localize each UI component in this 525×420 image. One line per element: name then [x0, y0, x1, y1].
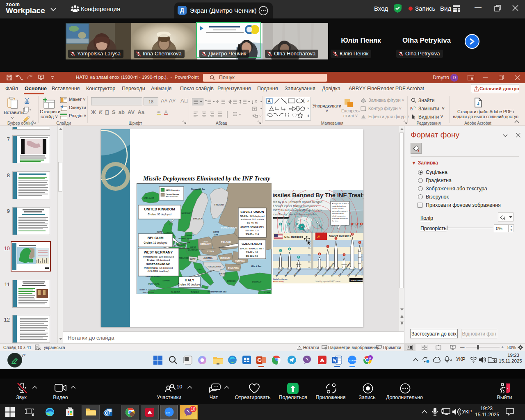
svg-text:5m: 5m	[308, 267, 310, 269]
svg-text:NATO Countries: NATO Countries	[166, 189, 180, 191]
svg-text:SYRIA: SYRIA	[264, 291, 270, 294]
svg-text:Pershing IIs: 108 deployed: Pershing IIs: 108 deployed	[143, 255, 174, 258]
svg-text:SOVIET UNION: SOVIET UNION	[240, 210, 264, 214]
svg-text:PORTUGAL: PORTUGAL	[148, 283, 160, 285]
svg-text:15m: 15m	[308, 254, 311, 256]
svg-text:20m: 20m	[308, 247, 311, 249]
svg-text:a: a	[411, 106, 412, 109]
svg-text:issiles Banned By The INF Trea: issiles Banned By The INF Treaty	[273, 192, 363, 199]
svg-text:BULGARIA: BULGARIA	[228, 267, 239, 269]
svg-text:Pact Countries: Pact Countries	[166, 196, 179, 198]
svg-text:GERMANY: GERMANY	[200, 243, 211, 245]
svg-text:RadioFreeEurope: RadioFreeEurope	[273, 278, 288, 280]
svg-text:Castles/Donations CSIS, U.S. S: Castles/Donations CSIS, U.S. State Depar…	[361, 242, 363, 276]
svg-text:SS-12s: 127: SS-12s: 127	[245, 229, 259, 232]
svg-text:TURKEY: TURKEY	[252, 281, 262, 283]
svg-text:ITALY: ITALY	[185, 278, 194, 282]
svg-text:could deploy three: could deploy three	[332, 205, 347, 207]
svg-text:SS-20s: 243 deployed: SS-20s: 243 deployed	[240, 215, 264, 217]
svg-text:Cruise: 16 deployed: Cruise: 16 deployed	[144, 241, 167, 244]
svg-text:Black Sea: Black Sea	[251, 265, 262, 267]
svg-text:ICELAND: ICELAND	[144, 197, 154, 199]
svg-text:RadioLiberty: RadioLiberty	[273, 281, 284, 283]
svg-text:UNITED KINGDOM: UNITED KINGDOM	[144, 207, 175, 211]
svg-text:Baltic: Baltic	[213, 231, 219, 233]
svg-text:NETHERLANDS: NETHERLANDS	[178, 237, 192, 240]
svg-text:CZECH.: CZECH.	[207, 250, 215, 253]
svg-text:(US-FRG dual-key): (US-FRG dual-key)	[148, 269, 169, 272]
svg-text:SHORT-RANGE INF:: SHORT-RANGE INF:	[240, 247, 264, 250]
svg-text:SPAIN: SPAIN	[162, 279, 169, 282]
svg-text:BELGUIM: BELGUIM	[147, 236, 163, 240]
svg-text:TUNISIA: TUNISIA	[191, 291, 199, 293]
svg-text:U.S. missiles: U.S. missiles	[284, 235, 303, 239]
svg-text:POLAND: POLAND	[221, 241, 231, 243]
svg-text:ALBANIA: ALBANIA	[219, 273, 227, 275]
svg-text:NORWAY: NORWAY	[181, 212, 192, 215]
svg-text:zoom: zoom	[349, 359, 356, 362]
svg-text:AUSTRIA: AUSTRIA	[203, 257, 213, 259]
svg-text:☭: ☭	[317, 235, 320, 239]
svg-text:SWITZ.: SWITZ.	[189, 258, 196, 260]
svg-text:additional 162 in Asia: additional 162 in Asia	[241, 218, 264, 221]
svg-text:SS-23s: 114: SS-23s: 114	[246, 233, 260, 235]
svg-text:Sea: Sea	[214, 233, 218, 236]
svg-text:North: North	[157, 231, 162, 233]
svg-text:Listed by reported NATO name: Listed by reported NATO name	[315, 281, 340, 283]
svg-text:SS-4s: 65: SS-4s: 65	[247, 221, 258, 224]
svg-text:Missile Deployments Eliminated: Missile Deployments Eliminated by the IN…	[143, 175, 270, 182]
svg-text:ROMANIA: ROMANIA	[235, 260, 245, 262]
svg-text:d Soviet leader Mikhail Gorbac: d Soviet leader Mikhail Gorbachev	[273, 204, 317, 208]
svg-text:launched missiles at: launched missiles at	[332, 217, 348, 219]
svg-text:the time.: the time.	[332, 220, 338, 222]
svg-text:SS-23s: 53: SS-23s: 53	[246, 255, 258, 257]
svg-text:Soviet missiles: Soviet missiles	[329, 234, 351, 238]
svg-text:GREECE: GREECE	[227, 280, 236, 282]
svg-text:Cruise: 48 deployed: Cruise: 48 deployed	[147, 258, 170, 261]
svg-text:A: A	[268, 99, 271, 103]
svg-text:SS-12s: 93: SS-12s: 93	[246, 251, 258, 253]
svg-text:SWEDEN: SWEDEN	[193, 217, 203, 220]
svg-text:zm: zm	[166, 411, 171, 414]
svg-text:FRANCE: FRANCE	[179, 257, 189, 259]
svg-text:ITALY: ITALY	[197, 268, 203, 271]
svg-text:Association: Association	[142, 291, 154, 294]
svg-text:warheads, making it: warheads, making it	[332, 210, 348, 212]
svg-text:SOVIET UNION: SOVIET UNION	[221, 226, 237, 229]
svg-text:A single SS-20 Mod 2: A single SS-20 Mod 2	[332, 203, 349, 205]
svg-text:Д: Д	[369, 356, 371, 360]
svg-text:Cruise: 96 deployed: Cruise: 96 deployed	[178, 283, 201, 286]
svg-text:CZECH./GDR: CZECH./GDR	[242, 242, 262, 246]
svg-text:SHORT-RANGE INF:: SHORT-RANGE INF:	[240, 226, 264, 228]
svg-text:SHORT-RANGE INF:: SHORT-RANGE INF:	[146, 262, 170, 265]
svg-text:YUGOSLAVIA: YUGOSLAVIA	[208, 265, 221, 268]
svg-text:FINLAND: FINLAND	[215, 203, 224, 206]
svg-text:one of the most: one of the most	[332, 212, 344, 215]
svg-text:Pershing Ia: 72 deployed: Pershing Ia: 72 deployed	[144, 266, 173, 269]
svg-text:Arms Control: Arms Control	[139, 288, 155, 291]
svg-text:lethal transporter-: lethal transporter-	[332, 215, 346, 217]
svg-text:150 kT nuclear: 150 kT nuclear	[332, 208, 344, 210]
svg-text:10m: 10m	[308, 261, 311, 263]
svg-text:DENMARK: DENMARK	[184, 235, 194, 237]
svg-text:ALGERIA: ALGERIA	[171, 291, 180, 293]
svg-text:Cruise: 96 deployed: Cruise: 96 deployed	[148, 213, 171, 216]
svg-text:RFE/RL Graphics: RFE/RL Graphics	[351, 279, 363, 281]
svg-text:Former Warsaw: Former Warsaw	[166, 193, 179, 195]
svg-text:WEST GERMANY: WEST GERMANY	[144, 250, 173, 254]
svg-text:Norwegian Sea: Norwegian Sea	[191, 188, 205, 190]
svg-text:HUNGARY: HUNGARY	[220, 257, 231, 259]
svg-text:Mediterranean Sea: Mediterranean Sea	[208, 290, 226, 293]
